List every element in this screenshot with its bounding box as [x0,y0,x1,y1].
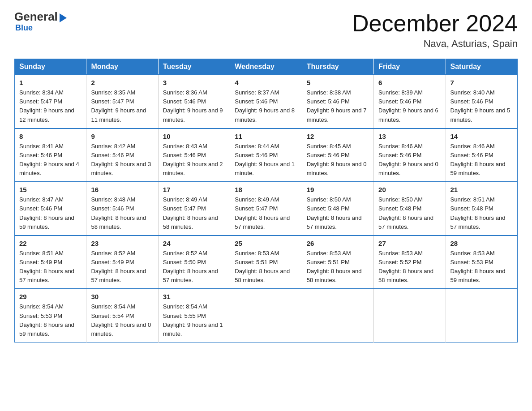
day-info: Sunrise: 8:53 AMSunset: 5:51 PMDaylight:… [235,249,297,285]
day-info: Sunrise: 8:52 AMSunset: 5:49 PMDaylight:… [91,249,153,285]
day-info: Sunrise: 8:48 AMSunset: 5:46 PMDaylight:… [91,195,153,231]
day-of-week-sunday: Sunday [15,59,86,75]
day-number: 26 [307,240,369,247]
day-info: Sunrise: 8:34 AMSunset: 5:47 PMDaylight:… [19,88,82,124]
logo-tagline: Blue [15,23,33,33]
calendar-cell: 12Sunrise: 8:45 AMSunset: 5:46 PMDayligh… [302,128,373,182]
calendar-cell: 18Sunrise: 8:49 AMSunset: 5:47 PMDayligh… [230,182,302,235]
day-number: 31 [163,293,225,300]
day-number: 12 [307,133,369,140]
calendar-body: 1Sunrise: 8:34 AMSunset: 5:47 PMDaylight… [15,75,518,342]
day-info: Sunrise: 8:41 AMSunset: 5:46 PMDaylight:… [19,142,82,178]
day-of-week-friday: Friday [374,59,446,75]
day-number: 14 [450,133,513,140]
logo-general: General [14,11,58,22]
day-info: Sunrise: 8:49 AMSunset: 5:47 PMDaylight:… [163,195,225,231]
logo: General Blue [14,11,69,33]
day-number: 29 [19,293,82,300]
calendar-cell: 1Sunrise: 8:34 AMSunset: 5:47 PMDaylight… [15,75,86,128]
calendar-cell: 15Sunrise: 8:47 AMSunset: 5:46 PMDayligh… [15,182,86,235]
calendar-cell: 29Sunrise: 8:54 AMSunset: 5:53 PMDayligh… [15,289,86,342]
calendar-cell [446,289,517,342]
logo-text: General [14,11,69,22]
day-info: Sunrise: 8:53 AMSunset: 5:52 PMDaylight:… [378,249,441,285]
day-info: Sunrise: 8:53 AMSunset: 5:51 PMDaylight:… [307,249,369,285]
calendar-header: SundayMondayTuesdayWednesdayThursdayFrid… [15,59,518,75]
day-info: Sunrise: 8:54 AMSunset: 5:53 PMDaylight:… [19,302,82,338]
calendar-cell [374,289,446,342]
day-number: 21 [450,186,513,193]
calendar-cell: 19Sunrise: 8:50 AMSunset: 5:48 PMDayligh… [302,182,373,235]
calendar-cell: 10Sunrise: 8:43 AMSunset: 5:46 PMDayligh… [158,128,230,182]
calendar-cell: 30Sunrise: 8:54 AMSunset: 5:54 PMDayligh… [86,289,158,342]
calendar-cell: 11Sunrise: 8:44 AMSunset: 5:46 PMDayligh… [230,128,302,182]
day-number: 28 [450,240,513,247]
calendar-title: December 2024 [352,11,518,36]
calendar-cell: 31Sunrise: 8:54 AMSunset: 5:55 PMDayligh… [158,289,230,342]
day-number: 15 [19,186,82,193]
calendar-week-1: 1Sunrise: 8:34 AMSunset: 5:47 PMDaylight… [15,75,518,128]
day-number: 1 [19,79,82,86]
day-info: Sunrise: 8:47 AMSunset: 5:46 PMDaylight:… [19,195,82,231]
day-number: 8 [19,133,82,140]
day-info: Sunrise: 8:51 AMSunset: 5:48 PMDaylight:… [450,195,513,231]
day-info: Sunrise: 8:43 AMSunset: 5:46 PMDaylight:… [163,142,225,178]
calendar-cell: 13Sunrise: 8:46 AMSunset: 5:46 PMDayligh… [374,128,446,182]
calendar-cell [302,289,373,342]
calendar-cell: 25Sunrise: 8:53 AMSunset: 5:51 PMDayligh… [230,235,302,289]
logo-triangle-icon [60,13,67,22]
day-info: Sunrise: 8:54 AMSunset: 5:55 PMDaylight:… [163,302,225,338]
calendar-cell: 2Sunrise: 8:35 AMSunset: 5:47 PMDaylight… [86,75,158,128]
day-info: Sunrise: 8:49 AMSunset: 5:47 PMDaylight:… [235,195,297,231]
day-of-week-saturday: Saturday [446,59,517,75]
day-number: 18 [235,186,297,193]
day-number: 25 [235,240,297,247]
day-number: 19 [307,186,369,193]
day-number: 6 [378,79,441,86]
calendar-cell: 26Sunrise: 8:53 AMSunset: 5:51 PMDayligh… [302,235,373,289]
days-of-week-row: SundayMondayTuesdayWednesdayThursdayFrid… [15,59,518,75]
calendar-cell: 7Sunrise: 8:40 AMSunset: 5:46 PMDaylight… [446,75,517,128]
day-number: 9 [91,133,153,140]
calendar-cell: 14Sunrise: 8:46 AMSunset: 5:46 PMDayligh… [446,128,517,182]
calendar-cell: 16Sunrise: 8:48 AMSunset: 5:46 PMDayligh… [86,182,158,235]
day-number: 24 [163,240,225,247]
page-header: General Blue December 2024 Nava, Asturia… [14,11,518,50]
day-info: Sunrise: 8:50 AMSunset: 5:48 PMDaylight:… [307,195,369,231]
day-info: Sunrise: 8:42 AMSunset: 5:46 PMDaylight:… [91,142,153,178]
day-number: 5 [307,79,369,86]
day-info: Sunrise: 8:37 AMSunset: 5:46 PMDaylight:… [235,88,297,124]
calendar-table: SundayMondayTuesdayWednesdayThursdayFrid… [14,59,518,342]
day-info: Sunrise: 8:46 AMSunset: 5:46 PMDaylight:… [450,142,513,178]
calendar-cell: 27Sunrise: 8:53 AMSunset: 5:52 PMDayligh… [374,235,446,289]
day-info: Sunrise: 8:53 AMSunset: 5:53 PMDaylight:… [450,249,513,285]
day-number: 16 [91,186,153,193]
calendar-subtitle: Nava, Asturias, Spain [352,38,518,50]
calendar-week-5: 29Sunrise: 8:54 AMSunset: 5:53 PMDayligh… [15,289,518,342]
day-info: Sunrise: 8:40 AMSunset: 5:46 PMDaylight:… [450,88,513,124]
calendar-cell: 3Sunrise: 8:36 AMSunset: 5:46 PMDaylight… [158,75,230,128]
calendar-cell: 20Sunrise: 8:50 AMSunset: 5:48 PMDayligh… [374,182,446,235]
day-number: 4 [235,79,297,86]
day-number: 3 [163,79,225,86]
day-number: 10 [163,133,225,140]
day-info: Sunrise: 8:45 AMSunset: 5:46 PMDaylight:… [307,142,369,178]
day-info: Sunrise: 8:51 AMSunset: 5:49 PMDaylight:… [19,249,82,285]
day-info: Sunrise: 8:50 AMSunset: 5:48 PMDaylight:… [378,195,441,231]
calendar-cell: 17Sunrise: 8:49 AMSunset: 5:47 PMDayligh… [158,182,230,235]
day-of-week-tuesday: Tuesday [158,59,230,75]
calendar-week-2: 8Sunrise: 8:41 AMSunset: 5:46 PMDaylight… [15,128,518,182]
day-info: Sunrise: 8:36 AMSunset: 5:46 PMDaylight:… [163,88,225,124]
day-number: 17 [163,186,225,193]
day-number: 22 [19,240,82,247]
calendar-cell: 23Sunrise: 8:52 AMSunset: 5:49 PMDayligh… [86,235,158,289]
day-info: Sunrise: 8:44 AMSunset: 5:46 PMDaylight:… [235,142,297,178]
day-info: Sunrise: 8:52 AMSunset: 5:50 PMDaylight:… [163,249,225,285]
day-number: 2 [91,79,153,86]
day-number: 13 [378,133,441,140]
calendar-cell: 8Sunrise: 8:41 AMSunset: 5:46 PMDaylight… [15,128,86,182]
calendar-cell: 21Sunrise: 8:51 AMSunset: 5:48 PMDayligh… [446,182,517,235]
calendar-cell: 6Sunrise: 8:39 AMSunset: 5:46 PMDaylight… [374,75,446,128]
calendar-cell: 4Sunrise: 8:37 AMSunset: 5:46 PMDaylight… [230,75,302,128]
day-number: 7 [450,79,513,86]
